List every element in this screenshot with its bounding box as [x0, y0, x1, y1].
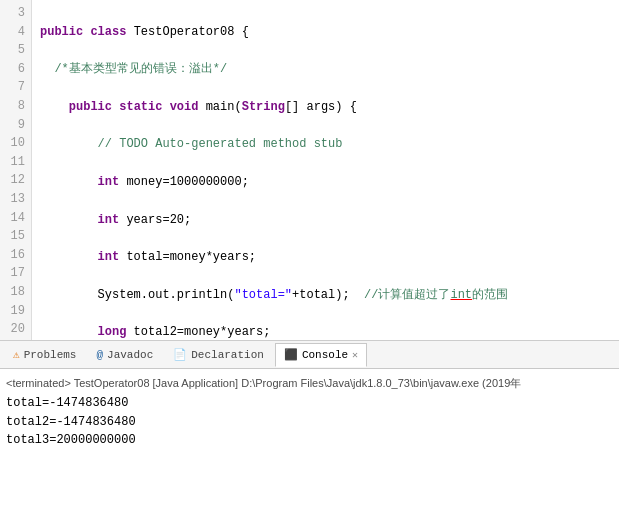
- bottom-tabs-bar: ⚠ Problems @ Javadoc 📄 Declaration ⬛ Con…: [0, 341, 619, 369]
- tab-problems-label: Problems: [24, 349, 77, 361]
- console-close-icon[interactable]: ✕: [352, 349, 358, 361]
- javadoc-icon: @: [96, 349, 103, 361]
- line-numbers: 3 4 5 6 7 8 9 10 11 12 13 14 15 16 17 18…: [0, 0, 32, 340]
- tab-declaration[interactable]: 📄 Declaration: [164, 343, 273, 367]
- console-output-area: <terminated> TestOperator08 [Java Applic…: [0, 369, 619, 513]
- tab-console[interactable]: ⬛ Console ✕: [275, 343, 367, 367]
- problems-icon: ⚠: [13, 348, 20, 361]
- tab-javadoc[interactable]: @ Javadoc: [87, 343, 162, 367]
- tab-console-label: Console: [302, 349, 348, 361]
- tab-javadoc-label: Javadoc: [107, 349, 153, 361]
- tab-declaration-label: Declaration: [191, 349, 264, 361]
- bottom-panel: ⚠ Problems @ Javadoc 📄 Declaration ⬛ Con…: [0, 340, 619, 513]
- code-editor[interactable]: 3 4 5 6 7 8 9 10 11 12 13 14 15 16 17 18…: [0, 0, 619, 340]
- console-output-line-1: total=-1474836480: [6, 394, 613, 413]
- console-icon: ⬛: [284, 348, 298, 361]
- console-output-line-2: total2=-1474836480: [6, 413, 613, 432]
- console-header: <terminated> TestOperator08 [Java Applic…: [6, 373, 613, 394]
- console-output-line-3: total3=20000000000: [6, 431, 613, 450]
- code-content[interactable]: public class TestOperator08 { /*基本类型常见的错…: [32, 0, 619, 340]
- declaration-icon: 📄: [173, 348, 187, 361]
- tab-problems[interactable]: ⚠ Problems: [4, 343, 85, 367]
